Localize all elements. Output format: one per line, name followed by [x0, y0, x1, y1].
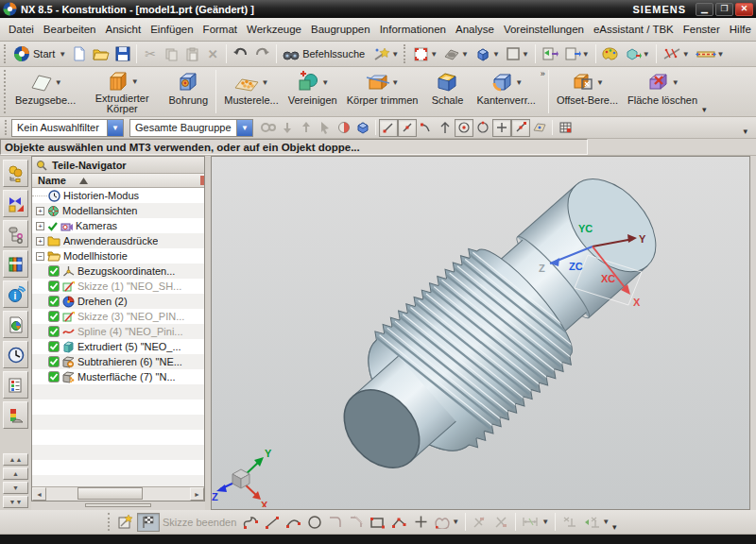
paste-button[interactable]	[181, 43, 202, 64]
menu-datei[interactable]: Datei	[4, 21, 39, 38]
constraint-navigator-tab[interactable]	[3, 190, 28, 217]
snap-quadrant-button[interactable]	[473, 119, 492, 137]
snap-intersection-button[interactable]	[436, 119, 455, 137]
maximize-button[interactable]: ❐	[715, 3, 733, 16]
select-prev-button[interactable]	[278, 119, 297, 137]
undo-button[interactable]	[230, 43, 251, 64]
checkbox-checked-icon[interactable]	[48, 341, 60, 352]
geometric-constraints-button[interactable]	[558, 512, 580, 533]
menu-hilfe[interactable]: Hilfe	[725, 21, 756, 38]
toolbar-grip[interactable]	[5, 120, 9, 135]
scroll-thumb[interactable]	[77, 487, 142, 500]
scroll-track[interactable]	[46, 487, 190, 501]
snap-endpoint-button[interactable]	[379, 119, 398, 137]
toolbar-grip[interactable]	[404, 44, 408, 63]
tree-horizontal-scrollbar[interactable]: ◄ ►	[32, 486, 204, 501]
resource-scroll-top-button[interactable]: ▲▲	[3, 453, 28, 466]
menu-ansicht[interactable]: Ansicht	[100, 21, 146, 38]
toolbar-grip[interactable]	[108, 513, 112, 531]
menu-informationen[interactable]: Informationen	[375, 21, 451, 38]
minimize-button[interactable]: ▁	[696, 3, 713, 16]
tree-row-user-expressions[interactable]: + Anwenderausdrücke	[32, 233, 204, 248]
resource-scroll-bottom-button[interactable]: ▼▼	[3, 496, 28, 508]
trim-body-button[interactable]: ▼ Körper trimmen	[342, 67, 423, 116]
new-file-button[interactable]	[69, 43, 90, 64]
selection-scope-caret-icon[interactable]: ▼	[236, 120, 252, 136]
window-new-button[interactable]	[539, 43, 561, 64]
checkbox-checked-icon[interactable]	[48, 371, 60, 382]
show-hide-button[interactable]: ▼	[622, 43, 653, 64]
tree-row-spline[interactable]: Spline (4) "NEO_Pini...	[32, 324, 204, 339]
fit-view-button[interactable]: ▼	[410, 43, 440, 64]
extrude-button[interactable]: ▼ Extrudierter Körper	[80, 67, 163, 116]
gear-shaft-model[interactable]	[306, 157, 689, 507]
assembly-navigator-tab[interactable]	[3, 160, 28, 187]
hole-button[interactable]: Bohrung	[163, 67, 213, 116]
menu-eassistant-tbk[interactable]: eAssistant / TBK	[589, 21, 679, 38]
delete-face-button[interactable]: ▼ Fläche löschen	[623, 67, 702, 116]
history-tab[interactable]	[3, 341, 28, 368]
scroll-right-button[interactable]: ►	[190, 487, 204, 501]
circle-tool-button[interactable]	[304, 512, 325, 533]
sash-handle[interactable]	[85, 503, 151, 507]
menu-voreinstellungen[interactable]: Voreinstellungen	[499, 21, 589, 38]
profile-tool-button[interactable]	[239, 512, 262, 533]
snap-point-on-face-button[interactable]	[530, 119, 549, 137]
checkbox-checked-icon[interactable]	[48, 296, 60, 307]
collapse-icon[interactable]: −	[36, 252, 44, 261]
menu-einfuegen[interactable]: Einfügen	[146, 21, 198, 38]
menu-baugruppen[interactable]: Baugruppen	[306, 21, 375, 38]
rectangle-tool-button[interactable]	[367, 512, 388, 533]
checkbox-checked-icon[interactable]	[48, 326, 60, 337]
selection-scope-combo[interactable]: Gesamte Baugruppe ▼	[129, 119, 253, 137]
measure-length-button[interactable]: ▼	[693, 43, 728, 64]
snap-existing-point-button[interactable]	[492, 119, 511, 137]
arc-tool-button[interactable]	[283, 512, 304, 533]
tree-row-model-history[interactable]: − Modellhistorie	[32, 248, 204, 264]
menu-fenster[interactable]: Fenster	[679, 21, 725, 38]
menu-analyse[interactable]: Analyse	[451, 21, 499, 38]
checkbox-checked-icon[interactable]	[48, 280, 60, 292]
redo-button[interactable]	[251, 43, 273, 64]
sketch-environment-button[interactable]	[114, 512, 137, 533]
snap-grid-button[interactable]	[556, 119, 575, 137]
studio-spline-button[interactable]: ▼	[431, 512, 462, 533]
datum-plane-button[interactable]: ▼ Bezugsebe...	[10, 67, 80, 116]
sketch-toolbar-overflow-caret[interactable]: ▾	[612, 520, 617, 534]
selection-bar-overflow-caret[interactable]: ▾	[743, 125, 747, 138]
tree-row-model-views[interactable]: + Modellansichten	[32, 203, 204, 218]
checkbox-checked-icon[interactable]	[48, 311, 60, 322]
pushpin-icon[interactable]	[36, 160, 47, 171]
selection-wand-button[interactable]: ▼	[370, 43, 402, 64]
tree-column-header[interactable]: Name	[32, 174, 204, 188]
auto-constraints-button[interactable]: ▼	[580, 512, 612, 533]
tree-row-cameras[interactable]: + Kameras	[32, 218, 204, 233]
web-browser-tab[interactable]: i	[3, 280, 28, 308]
panel-resize-sash[interactable]	[31, 502, 205, 509]
snap-control-point-button[interactable]	[417, 119, 436, 137]
selection-filter-combo[interactable]: Kein Auswahlfilter ▼	[11, 119, 124, 137]
render-style-button[interactable]: ▼	[440, 43, 472, 64]
role-palette-button[interactable]	[599, 43, 622, 64]
expand-icon[interactable]: +	[36, 222, 44, 230]
offset-region-button[interactable]: ▼ Offset-Bere...	[552, 67, 623, 116]
toolbar-overflow-chevron[interactable]: »	[541, 67, 545, 78]
tree-row-extrude[interactable]: Extrudiert (5) "NEO_...	[32, 339, 204, 354]
toolbar-grip[interactable]	[4, 44, 9, 63]
expand-icon[interactable]: +	[36, 207, 44, 215]
menu-werkzeuge[interactable]: Werkzeuge	[242, 21, 306, 38]
orient-view-button[interactable]: ▼	[472, 43, 503, 64]
select-next-button[interactable]	[297, 119, 316, 137]
checkbox-checked-icon[interactable]	[48, 265, 60, 277]
checkbox-checked-icon[interactable]	[48, 356, 60, 367]
fillet-tool-button[interactable]	[325, 512, 346, 533]
reuse-library-tab[interactable]	[3, 250, 28, 278]
menu-bearbeiten[interactable]: Bearbeiten	[39, 21, 101, 38]
tree-row-sketch-3[interactable]: Skizze (3) "NEO_PIN...	[32, 309, 204, 324]
polygon-tool-button[interactable]	[388, 512, 410, 533]
display-mode-button[interactable]: ▼	[503, 43, 532, 64]
part-navigator-tab[interactable]	[3, 220, 28, 247]
tree-row-history-mode[interactable]: Historien-Modus	[32, 188, 204, 203]
tree-row-datum-csys[interactable]: Bezugskoordinaten...	[32, 264, 204, 279]
measure-distance-button[interactable]: ▼	[660, 43, 693, 64]
